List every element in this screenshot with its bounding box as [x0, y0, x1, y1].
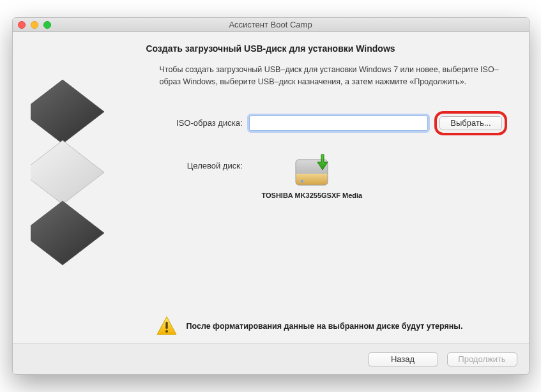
continue-button[interactable]: Продолжить	[447, 352, 517, 366]
boot-camp-logo-icon	[31, 77, 146, 275]
choose-highlight: Выбрать...	[434, 111, 507, 135]
back-button[interactable]: Назад	[368, 352, 438, 366]
iso-path-input[interactable]	[249, 116, 429, 131]
footer: Назад Продолжить	[13, 343, 529, 374]
content-area: Создать загрузочный USB-диск для установ…	[13, 32, 529, 343]
choose-button[interactable]: Выбрать...	[439, 116, 501, 130]
target-label: Целевой диск:	[160, 153, 243, 170]
svg-point-7	[165, 330, 168, 333]
logo-column	[31, 64, 146, 275]
svg-marker-0	[31, 80, 104, 144]
svg-rect-6	[165, 322, 167, 329]
svg-marker-1	[31, 140, 104, 204]
instructions-text: Чтобы создать загрузочный USB–диск для у…	[160, 64, 507, 88]
warning-row: После форматирования данные на выбранном…	[156, 315, 511, 337]
boot-camp-window: Ассистент Boot Camp Создать загрузочный …	[12, 17, 530, 375]
page-heading: Создать загрузочный USB-диск для установ…	[31, 43, 511, 54]
svg-marker-2	[31, 201, 104, 265]
iso-row: ISO-образ диска: Выбрать...	[160, 111, 507, 135]
main-column: Чтобы создать загрузочный USB–диск для у…	[160, 64, 511, 275]
target-disk[interactable]: TOSHIBA MK3255GSXF Media	[262, 153, 363, 199]
titlebar: Ассистент Boot Camp	[13, 18, 529, 32]
target-disk-name: TOSHIBA MK3255GSXF Media	[262, 192, 363, 199]
warning-text: После форматирования данные на выбранном…	[187, 322, 463, 331]
iso-label: ISO-образ диска:	[160, 118, 243, 128]
window-title: Ассистент Boot Camp	[13, 20, 529, 29]
warning-icon	[156, 315, 178, 337]
svg-point-4	[301, 180, 303, 183]
target-row: Целевой диск:	[160, 153, 507, 199]
disk-download-icon	[293, 153, 330, 188]
